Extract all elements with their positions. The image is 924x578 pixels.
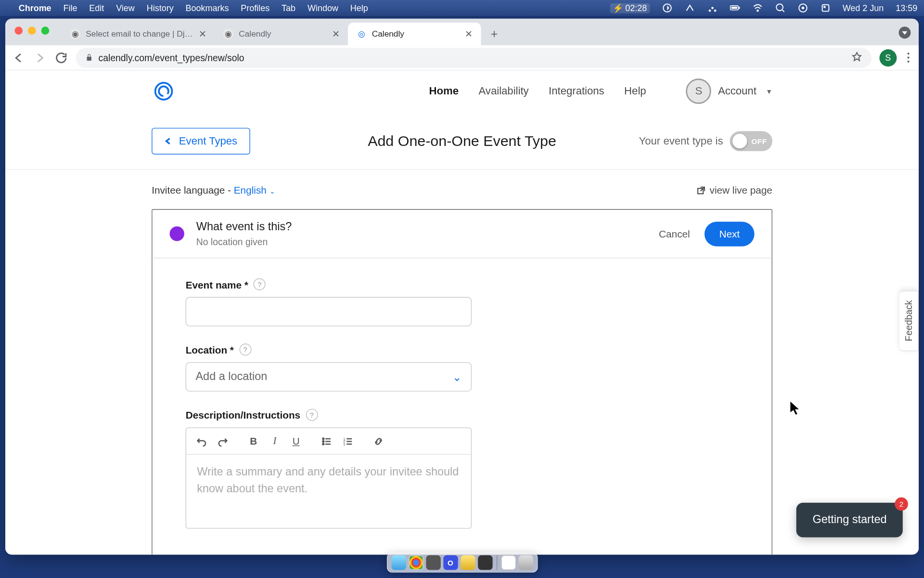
svg-rect-6 [731, 7, 737, 9]
close-tab-icon[interactable]: ✕ [332, 28, 340, 39]
menu-help[interactable]: Help [350, 3, 368, 13]
active-app-name[interactable]: Chrome [19, 3, 51, 13]
view-live-label: view live page [710, 184, 772, 196]
help-icon[interactable]: ? [239, 343, 251, 355]
back-to-event-types[interactable]: Event Types [152, 128, 250, 154]
new-tab-button[interactable]: + [485, 25, 504, 43]
location-select[interactable]: Add a location ⌄ [186, 362, 472, 392]
number-list-button[interactable]: 123 [339, 433, 357, 450]
profile-avatar[interactable]: S [879, 49, 897, 66]
event-setup-card: What event is this? No location given Ca… [152, 209, 772, 554]
help-icon[interactable]: ? [254, 278, 266, 290]
description-label: Description/Instructions ? [186, 409, 739, 421]
next-button[interactable]: Next [705, 222, 754, 246]
menu-view[interactable]: View [116, 3, 135, 13]
menu-date[interactable]: Wed 2 Jun [843, 3, 884, 13]
spotlight-icon[interactable] [775, 3, 785, 13]
svg-text:3: 3 [343, 442, 345, 446]
getting-started-widget[interactable]: Getting started 2 [796, 503, 902, 538]
dock-app[interactable] [391, 555, 406, 570]
dock-app[interactable] [409, 555, 423, 570]
minimize-window-button[interactable] [28, 26, 36, 35]
menu-bookmarks[interactable]: Bookmarks [186, 3, 229, 13]
nav-help[interactable]: Help [624, 85, 646, 97]
italic-button[interactable]: I [266, 433, 283, 450]
redo-button[interactable] [214, 433, 231, 450]
menu-edit[interactable]: Edit [89, 3, 104, 13]
tab-strip: ◉ Select email to change | Django ✕ ◉ Ca… [5, 19, 919, 45]
browser-tab[interactable]: ◉ Calendly ✕ [215, 23, 347, 45]
forward-button[interactable] [33, 51, 47, 65]
reload-button[interactable] [54, 51, 68, 65]
bold-button[interactable]: B [245, 433, 262, 450]
sub-header: Invitee language - English ⌄ view live p… [5, 170, 919, 202]
event-name-input[interactable] [186, 297, 472, 327]
toggle-knob [732, 134, 747, 148]
location-label: Location * ? [186, 343, 739, 355]
macos-dock: O [386, 552, 538, 572]
undo-button[interactable] [193, 433, 210, 450]
menu-clock[interactable]: 13:59 [896, 3, 917, 13]
dock-separator [496, 555, 497, 570]
dock-app[interactable] [477, 555, 492, 570]
close-window-button[interactable] [14, 26, 23, 35]
menu-history[interactable]: History [147, 3, 174, 13]
chrome-menu-button[interactable] [905, 53, 912, 63]
lock-icon [85, 53, 93, 63]
menu-profiles[interactable]: Profiles [241, 3, 270, 13]
close-tab-icon[interactable]: ✕ [199, 28, 207, 39]
nav-availability[interactable]: Availability [479, 85, 529, 97]
svg-point-15 [155, 83, 172, 100]
fullscreen-window-button[interactable] [41, 26, 50, 35]
dock-app[interactable] [461, 555, 475, 570]
dock-trash[interactable] [518, 555, 533, 570]
browser-tab[interactable]: ◉ Select email to change | Django ✕ [62, 23, 215, 45]
bullet-list-button[interactable] [318, 433, 335, 450]
nav-home[interactable]: Home [429, 85, 459, 97]
dock-app[interactable] [426, 555, 440, 570]
view-live-page-link[interactable]: view live page [696, 184, 772, 196]
svg-point-3 [714, 10, 716, 12]
calendly-logo[interactable] [152, 79, 176, 103]
feedback-tab[interactable]: Feedback [899, 290, 919, 351]
toolbar: calendly.com/event_types/new/solo S [5, 45, 919, 71]
battery-timer[interactable]: ⚡ 02:28 [610, 3, 650, 13]
description-textarea[interactable]: Write a summary and any details your inv… [186, 455, 471, 528]
address-bar[interactable]: calendly.com/event_types/new/solo [76, 48, 872, 67]
status-icon-3[interactable] [707, 3, 718, 13]
getting-started-label: Getting started [812, 513, 886, 526]
mouse-cursor [790, 402, 799, 415]
browser-tab[interactable]: ◎ Calendly ✕ [348, 23, 481, 45]
status-icon-2[interactable] [684, 3, 695, 13]
event-enabled-toggle[interactable]: OFF [730, 131, 772, 151]
status-icon-1[interactable] [662, 3, 672, 13]
svg-point-17 [322, 438, 324, 439]
account-menu[interactable]: S Account ▼ [686, 79, 772, 104]
link-button[interactable] [370, 433, 387, 450]
siri-icon[interactable] [820, 3, 831, 13]
url-text: calendly.com/event_types/new/solo [99, 53, 244, 63]
bookmark-icon[interactable] [851, 51, 862, 64]
control-center-icon[interactable] [797, 3, 808, 13]
nav-integrations[interactable]: Integrations [549, 85, 604, 97]
wifi-icon[interactable] [752, 3, 763, 13]
underline-button[interactable]: U [287, 433, 305, 450]
cancel-button[interactable]: Cancel [659, 228, 690, 239]
page-content: Home Availability Integrations Help S Ac… [5, 71, 919, 555]
menu-tab[interactable]: Tab [282, 3, 295, 13]
menu-file[interactable]: File [63, 3, 77, 13]
tab-overflow-button[interactable] [898, 26, 911, 39]
svg-point-1 [709, 10, 710, 12]
close-tab-icon[interactable]: ✕ [465, 28, 473, 39]
back-button[interactable] [12, 51, 26, 65]
menu-window[interactable]: Window [308, 3, 338, 13]
location-placeholder: Add a location [195, 370, 267, 384]
help-icon[interactable]: ? [306, 409, 318, 421]
editor-toolbar: B I U 123 [186, 428, 471, 455]
battery-icon[interactable] [730, 3, 740, 13]
language-select[interactable]: English ⌄ [234, 184, 275, 196]
browser-window: ◉ Select email to change | Django ✕ ◉ Ca… [5, 19, 919, 555]
dock-app[interactable]: O [443, 555, 458, 570]
svg-point-2 [711, 7, 713, 9]
dock-app[interactable] [501, 555, 515, 570]
